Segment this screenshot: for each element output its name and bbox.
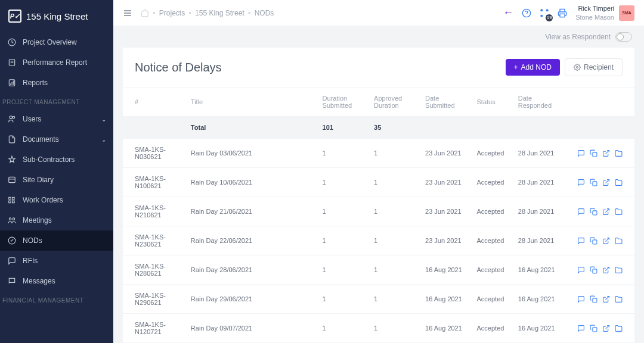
copy-icon[interactable] bbox=[590, 237, 597, 245]
svg-point-9 bbox=[13, 116, 15, 119]
chat-icon[interactable] bbox=[577, 325, 585, 332]
external-link-icon[interactable] bbox=[602, 325, 610, 332]
table-row[interactable]: SMA-1KS-N210621Rain Day 21/06/20211123 J… bbox=[123, 197, 634, 226]
svg-line-35 bbox=[605, 208, 609, 212]
copy-icon[interactable] bbox=[590, 208, 597, 216]
sidebar-item-work-orders[interactable]: Work Orders bbox=[0, 190, 113, 210]
table-row[interactable]: SMA-1KS-N100621Rain Day 10/06/20211123 J… bbox=[123, 168, 634, 197]
gear-icon bbox=[574, 64, 581, 71]
cell-duration: 1 bbox=[317, 314, 368, 343]
th-duration: Duration Submitted bbox=[317, 88, 368, 117]
cell-submitted: 23 Jun 2021 bbox=[419, 168, 470, 197]
chat-icon[interactable] bbox=[577, 149, 585, 157]
row-actions bbox=[575, 208, 623, 216]
view-as-toggle[interactable] bbox=[615, 32, 632, 42]
chat-icon[interactable] bbox=[577, 208, 585, 216]
folder-icon[interactable] bbox=[615, 237, 623, 245]
cell-status: Accepted bbox=[471, 197, 512, 226]
copy-icon[interactable] bbox=[590, 149, 597, 157]
page-title: Notice of Delays bbox=[135, 61, 222, 74]
sidebar-item-project-overview[interactable]: Project Overview bbox=[0, 32, 113, 52]
svg-line-43 bbox=[605, 325, 609, 329]
recipient-button[interactable]: Recipient bbox=[565, 58, 623, 76]
row-actions bbox=[575, 295, 623, 303]
subs-icon bbox=[7, 155, 17, 164]
table-row[interactable]: SMA-1KS-N120721Rain Day 09/07/20211116 A… bbox=[123, 314, 634, 343]
sidebar-item-documents[interactable]: Documents⌄ bbox=[0, 129, 113, 149]
breadcrumb-project[interactable]: 155 King Street bbox=[195, 9, 244, 17]
add-nod-button[interactable]: + Add NOD bbox=[506, 59, 560, 76]
table-row[interactable]: SMA-1KS-N030621Rain Day 03/06/20211123 J… bbox=[123, 139, 634, 168]
project-name: 155 King Street bbox=[26, 11, 88, 21]
user-role: Stone Mason bbox=[575, 13, 614, 21]
notifications-icon[interactable] bbox=[540, 8, 549, 18]
back-arrow-icon[interactable]: ← bbox=[503, 7, 513, 19]
external-link-icon[interactable] bbox=[602, 179, 610, 186]
print-icon[interactable] bbox=[558, 8, 567, 18]
home-icon[interactable] bbox=[141, 9, 149, 17]
folder-icon[interactable] bbox=[615, 325, 623, 332]
sidebar-item-rfis[interactable]: RFIs bbox=[0, 251, 113, 271]
cell-approved: 1 bbox=[368, 314, 419, 343]
external-link-icon[interactable] bbox=[602, 237, 610, 245]
copy-icon[interactable] bbox=[590, 295, 597, 303]
row-actions bbox=[575, 266, 623, 274]
cell-num: SMA-1KS-N120721 bbox=[123, 314, 185, 343]
help-icon[interactable] bbox=[522, 8, 531, 18]
external-link-icon[interactable] bbox=[602, 266, 610, 274]
copy-icon[interactable] bbox=[590, 325, 597, 332]
svg-rect-38 bbox=[593, 269, 597, 273]
svg-rect-40 bbox=[593, 298, 597, 302]
sidebar-item-sub-contractors[interactable]: Sub-Contractors bbox=[0, 149, 113, 170]
sidebar: P✓ 155 King Street Project OverviewPerfo… bbox=[0, 0, 113, 343]
breadcrumb-page[interactable]: NODs bbox=[255, 9, 274, 17]
cell-submitted: 16 Aug 2021 bbox=[419, 285, 470, 314]
cell-status: Accepted bbox=[471, 139, 512, 168]
cell-responded: 28 Jun 2021 bbox=[512, 168, 569, 197]
table-row[interactable]: SMA-1KS-N290621Rain Day 29/06/20211116 A… bbox=[123, 285, 634, 314]
cell-responded: 28 Jun 2021 bbox=[512, 197, 569, 226]
chat-icon[interactable] bbox=[577, 179, 585, 186]
external-link-icon[interactable] bbox=[602, 295, 610, 303]
folder-icon[interactable] bbox=[615, 266, 623, 274]
folder-icon[interactable] bbox=[615, 179, 623, 186]
folder-icon[interactable] bbox=[615, 149, 623, 157]
cell-num: SMA-1KS-N290621 bbox=[123, 285, 185, 314]
sidebar-item-messages[interactable]: Messages bbox=[0, 271, 113, 291]
sidebar-item-reports[interactable]: Reports bbox=[0, 73, 113, 93]
svg-rect-30 bbox=[593, 152, 597, 156]
copy-icon[interactable] bbox=[590, 179, 597, 186]
sidebar-item-performance-report[interactable]: Performance Report bbox=[0, 52, 113, 73]
breadcrumb-projects[interactable]: Projects bbox=[159, 9, 185, 17]
sidebar-item-nods[interactable]: NODs bbox=[0, 230, 113, 251]
sidebar-item-users[interactable]: Users⌄ bbox=[0, 109, 113, 129]
folder-icon[interactable] bbox=[615, 295, 623, 303]
row-actions bbox=[575, 149, 623, 157]
svg-point-29 bbox=[576, 67, 578, 68]
cell-approved: 1 bbox=[368, 168, 419, 197]
svg-line-31 bbox=[605, 150, 609, 154]
sidebar-item-site-diary[interactable]: Site Diary bbox=[0, 170, 113, 190]
sidebar-item-meetings[interactable]: Meetings bbox=[0, 210, 113, 230]
th-approved: Approved Duration bbox=[368, 88, 419, 117]
folder-icon[interactable] bbox=[615, 208, 623, 216]
users-icon bbox=[7, 114, 17, 124]
svg-point-26 bbox=[541, 14, 543, 17]
chat-icon[interactable] bbox=[577, 266, 585, 274]
external-link-icon[interactable] bbox=[602, 208, 610, 216]
table-row[interactable]: SMA-1KS-N230621Rain Day 22/06/20211123 J… bbox=[123, 226, 634, 255]
cell-status: Accepted bbox=[471, 314, 512, 343]
chat-icon[interactable] bbox=[577, 295, 585, 303]
user-name: Rick Timperi bbox=[575, 4, 614, 13]
cell-duration: 1 bbox=[317, 139, 368, 168]
external-link-icon[interactable] bbox=[602, 149, 610, 157]
chat-icon[interactable] bbox=[577, 237, 585, 245]
user-block[interactable]: Rick Timperi Stone Mason SMA bbox=[575, 4, 634, 21]
total-row: Total 101 35 bbox=[123, 117, 634, 139]
cell-responded: 16 Aug 2021 bbox=[512, 285, 569, 314]
th-responded: Date Responded bbox=[512, 88, 569, 117]
copy-icon[interactable] bbox=[590, 266, 597, 274]
hamburger-icon[interactable] bbox=[123, 8, 132, 18]
chevron-down-icon: ⌄ bbox=[101, 116, 106, 123]
table-row[interactable]: SMA-1KS-N280621Rain Day 28/06/20211116 A… bbox=[123, 255, 634, 285]
